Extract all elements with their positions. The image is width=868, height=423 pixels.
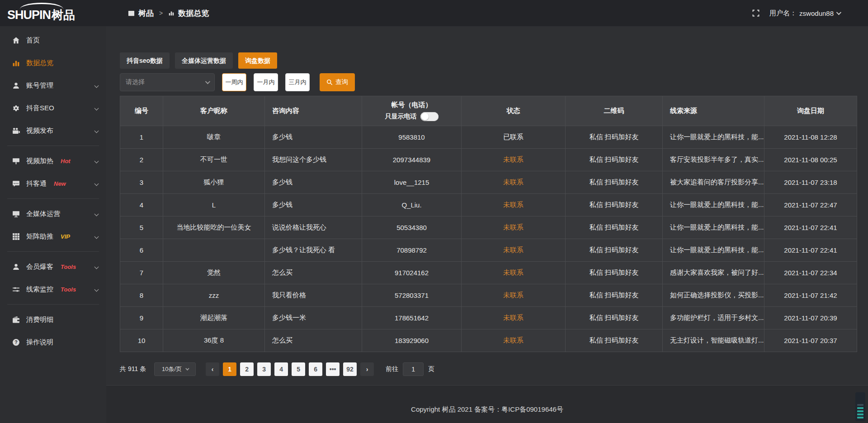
page-button-2[interactable]: 2 xyxy=(240,362,254,376)
qrcode-links[interactable]: 私信 扫码加好友 xyxy=(566,194,663,216)
qrcode-links[interactable]: 私信 扫码加好友 xyxy=(566,171,663,194)
sidebar-item-doukewtong[interactable]: 抖客通 New xyxy=(0,172,106,195)
qrcode-links[interactable]: 私信 扫码加好友 xyxy=(566,239,663,262)
source-link[interactable]: 让你一眼就爱上的黑科技，能... xyxy=(663,239,764,262)
sidebar-item-label: 会员爆客 xyxy=(26,263,53,271)
sidebar-item-douyin-seo[interactable]: 抖音SEO xyxy=(0,97,106,119)
qrcode-links[interactable]: 私信 扫码加好友 xyxy=(566,329,663,352)
page-button-1[interactable]: 1 xyxy=(223,362,236,376)
cell-account: 183929060 xyxy=(362,329,462,352)
sidebar-item-video-publish[interactable]: 视频发布 xyxy=(0,119,106,142)
cell-no: 8 xyxy=(120,284,163,307)
search-icon xyxy=(326,79,333,85)
bar-chart-icon xyxy=(168,10,175,16)
cell-nickname: L xyxy=(163,194,265,216)
sidebar-item-member-burst[interactable]: 会员爆客 Tools xyxy=(0,255,106,278)
page-ellipsis[interactable]: ••• xyxy=(326,362,340,376)
chevron-down-icon xyxy=(185,367,189,370)
breadcrumb-app[interactable]: 树品 xyxy=(138,8,154,19)
cell-no: 4 xyxy=(120,194,163,216)
page-button-6[interactable]: 6 xyxy=(309,362,322,376)
source-link[interactable]: 让你一眼就爱上的黑科技，能... xyxy=(663,126,764,149)
floating-corner-widget[interactable] xyxy=(855,392,865,421)
tab-douyin-seo-data[interactable]: 抖音seo数据 xyxy=(120,52,170,69)
billboard-icon xyxy=(12,157,20,165)
page-size-select[interactable]: 10条/页 xyxy=(154,362,196,376)
fullscreen-icon[interactable] xyxy=(752,9,760,17)
sidebar-item-home[interactable]: 首页 xyxy=(0,29,106,52)
page-button-92[interactable]: 92 xyxy=(343,362,357,376)
cell-nickname: 觉然 xyxy=(163,262,265,284)
next-page-button[interactable]: › xyxy=(360,362,374,376)
prev-page-button[interactable]: ‹ xyxy=(206,362,219,376)
source-link[interactable]: 无主灯设计，智能磁吸轨道灯... xyxy=(663,329,764,352)
cell-content: 怎么买 xyxy=(265,329,362,352)
qrcode-links[interactable]: 私信 扫码加好友 xyxy=(566,307,663,329)
cell-date: 2021-11-07 22:41 xyxy=(764,216,857,239)
tools-badge: Tools xyxy=(61,263,76,270)
status-badge: 未联系 xyxy=(462,307,566,329)
svg-text:?: ? xyxy=(14,339,17,345)
page-button-3[interactable]: 3 xyxy=(257,362,271,376)
period-quarter-button[interactable]: 三月内 xyxy=(285,73,310,91)
cell-date: 2021-11-07 22:41 xyxy=(764,239,857,262)
chevron-down-icon xyxy=(94,159,99,163)
person-icon xyxy=(12,263,20,271)
cell-no: 1 xyxy=(120,126,163,149)
cell-nickname: 当地比较能吃的一位美女 xyxy=(163,216,265,239)
page-button-4[interactable]: 4 xyxy=(274,362,288,376)
wallet-icon xyxy=(12,316,20,324)
sidebar-item-video-heating[interactable]: 视频加热 Hot xyxy=(0,150,106,172)
cell-content: 多少钱？让我死心 看 xyxy=(265,239,362,262)
tab-inquiry-data[interactable]: 询盘数据 xyxy=(238,52,277,69)
source-link[interactable]: 多功能护栏灯，适用于乡村文... xyxy=(663,307,764,329)
qrcode-links[interactable]: 私信 扫码加好友 xyxy=(566,126,663,149)
table-row: 5 当地比较能吃的一位美女 说说价格让我死心 50534380 未联系 私信 扫… xyxy=(120,216,857,239)
tab-omnimedia-data[interactable]: 全媒体运营数据 xyxy=(175,52,233,69)
sidebar-item-matrix-boost[interactable]: 矩阵助推 VIP xyxy=(0,225,106,248)
sidebar-item-account-management[interactable]: 账号管理 xyxy=(0,74,106,97)
sidebar-item-omnimedia[interactable]: 全媒体运营 xyxy=(0,202,106,225)
source-link[interactable]: 感谢大家喜欢我家，被问了好... xyxy=(663,262,764,284)
sidebar-item-lead-monitor[interactable]: 线索监控 Tools xyxy=(0,278,106,301)
cell-date: 2021-11-07 22:34 xyxy=(764,262,857,284)
phone-only-toggle[interactable] xyxy=(420,112,439,121)
sidebar-item-spending-details[interactable]: 消费明细 xyxy=(0,308,106,331)
header-no: 编号 xyxy=(120,96,163,126)
chevron-down-icon xyxy=(836,10,841,15)
qrcode-links[interactable]: 私信 扫码加好友 xyxy=(566,284,663,307)
sidebar-item-data-overview[interactable]: 数据总览 xyxy=(0,52,106,74)
sidebar-item-instructions[interactable]: ? 操作说明 xyxy=(0,331,106,353)
sidebar-divider xyxy=(7,146,99,146)
source-link[interactable]: 让你一眼就爱上的黑科技，能... xyxy=(663,194,764,216)
sidebar-item-label: 首页 xyxy=(26,36,40,45)
period-month-button[interactable]: 一月内 xyxy=(254,73,278,91)
goto-page-input[interactable] xyxy=(403,362,424,376)
source-link[interactable]: 让你一眼就爱上的黑科技，能... xyxy=(663,216,764,239)
vip-badge: VIP xyxy=(61,233,70,240)
qrcode-links[interactable]: 私信 扫码加好友 xyxy=(566,262,663,284)
user-menu[interactable]: 用户名： zswodun88 xyxy=(769,9,840,18)
cell-content: 多少钱 xyxy=(265,126,362,149)
qrcode-links[interactable]: 私信 扫码加好友 xyxy=(566,149,663,171)
qrcode-links[interactable]: 私信 扫码加好友 xyxy=(566,216,663,239)
source-link[interactable]: 客厅安装投影半年多了，真实... xyxy=(663,149,764,171)
chevron-down-icon xyxy=(94,181,99,186)
source-link[interactable]: 如何正确选择投影仪，买投影... xyxy=(663,284,764,307)
search-button[interactable]: 查询 xyxy=(320,73,355,91)
monitor-icon xyxy=(12,210,20,218)
period-week-button[interactable]: 一周内 xyxy=(222,73,246,91)
cell-content: 多少钱 xyxy=(265,194,362,216)
account-select[interactable]: 请选择 xyxy=(120,73,215,91)
phone-only-toggle-label: 只显示电话 xyxy=(385,113,417,121)
goto-suffix: 页 xyxy=(428,365,434,373)
sidebar-item-label: 线索监控 xyxy=(26,285,53,294)
page-button-5[interactable]: 5 xyxy=(292,362,305,376)
status-badge: 未联系 xyxy=(462,329,566,352)
status-badge: 未联系 xyxy=(462,262,566,284)
cell-account: Q_Liu. xyxy=(362,194,462,216)
source-link[interactable]: 被大家追着问的客厅投影分享... xyxy=(663,171,764,194)
chevron-down-icon xyxy=(94,212,99,216)
status-badge: 未联系 xyxy=(462,284,566,307)
cell-date: 2021-11-07 23:18 xyxy=(764,171,857,194)
